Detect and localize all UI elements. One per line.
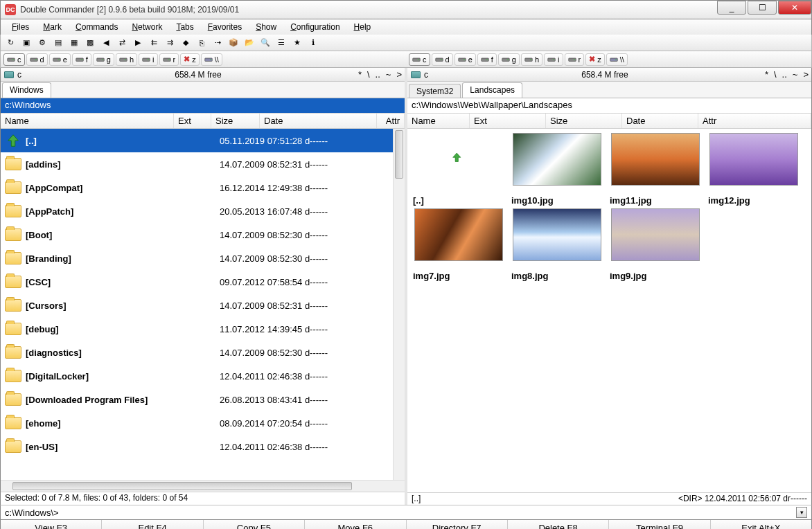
drive-r-button[interactable]: r [565,53,585,66]
menu-configuration[interactable]: Configuration [285,21,345,33]
thumbnail-item[interactable]: img8.jpg [509,208,606,281]
grid-brief-icon[interactable]: ▤ [51,36,65,50]
folder-row[interactable]: [CSC]09.07.2012 07:58:54 d------ [1,270,405,294]
fkey-exit-button[interactable]: Exit Alt+X [711,520,811,529]
column-attr[interactable]: Attr [377,114,405,128]
tab-windows[interactable]: Windows [2,82,51,98]
folder-row[interactable]: [Boot]14.07.2009 08:52:30 d------ [1,223,405,246]
column-ext[interactable]: Ext [470,114,546,128]
column-date[interactable]: Date [622,114,698,128]
nav-favorites-button[interactable]: * [358,69,362,80]
right-thumbnail-grid[interactable]: [..]img10.jpgimg11.jpgimg12.jpgimg7.jpgi… [407,129,811,492]
parent-dir-row[interactable]: [..]05.11.2019 07:51:28 d------ [1,129,405,152]
fkey-move-button[interactable]: Move F6 [305,520,406,529]
thumbnail-item[interactable]: img12.jpg [705,133,802,206]
favorites-icon[interactable]: ★ [290,36,304,50]
scrollbar-horizontal[interactable] [1,480,405,492]
drive-i-button[interactable]: i [139,53,157,66]
menu-network[interactable]: Network [126,21,168,33]
find-icon[interactable]: 🔍 [258,36,272,50]
drive-d-button[interactable]: d [26,53,48,66]
folder-row[interactable]: [Cursors]14.07.2009 08:52:31 d------ [1,294,405,317]
fkey-directory-button[interactable]: Directory F7 [407,520,508,529]
equal-left-icon[interactable]: ⇇ [147,36,161,50]
thumbnail-item[interactable]: img7.jpg [410,208,507,281]
drive-label[interactable]: c [17,70,38,80]
refresh-icon[interactable]: ↻ [3,36,17,50]
unpack-icon[interactable]: 📂 [242,36,256,50]
nav-root-button[interactable]: \ [774,69,777,80]
info-icon[interactable]: ℹ [306,36,320,50]
terminal-icon[interactable]: ▣ [19,36,33,50]
folder-row[interactable]: [diagnostics]14.07.2009 08:52:30 d------ [1,341,405,364]
menu-show[interactable]: Show [250,21,282,33]
column-size[interactable]: Size [546,114,622,128]
fkey-view-button[interactable]: View F3 [1,520,102,529]
column-ext[interactable]: Ext [174,114,211,128]
nav-favorites-button[interactable]: * [765,69,768,80]
drive-e-button[interactable]: e [454,53,476,66]
fkey-terminal-button[interactable]: Terminal F9 [609,520,710,529]
gear-icon[interactable]: ⚙ [35,36,49,50]
scrollbar-vertical[interactable] [393,129,405,480]
folder-row[interactable]: [Downloaded Program Files]26.08.2013 08:… [1,388,405,411]
column-attr[interactable]: Attr [698,114,811,128]
swap-icon[interactable]: ⇄ [115,36,129,50]
nav-up-button[interactable]: .. [782,69,787,80]
tab-landscapes[interactable]: Landscapes [462,82,522,98]
swap-right-icon[interactable]: ▶ [131,36,145,50]
nav-home-button[interactable]: ~ [793,69,798,80]
thumbnail-item[interactable]: img9.jpg [607,208,704,281]
menu-files[interactable]: Files [6,21,35,33]
copy-icon[interactable]: ⎘ [195,36,209,50]
drive-g-button[interactable]: g [93,53,114,66]
cmd-history-dropdown[interactable]: ▾ [796,507,807,518]
move-icon[interactable]: ⇢ [211,36,224,50]
folder-row[interactable]: [en-US]12.04.2011 02:46:38 d------ [1,435,405,458]
fkey-edit-button[interactable]: Edit F4 [102,520,203,529]
menu-mark[interactable]: Mark [37,21,67,33]
folder-row[interactable]: [AppCompat]16.12.2014 12:49:38 d------ [1,176,405,199]
folder-row[interactable]: [AppPatch]20.05.2013 16:07:48 d------ [1,199,405,223]
drive-f-button[interactable]: f [477,53,497,66]
folder-row[interactable]: [Branding]14.07.2009 08:52:30 d------ [1,246,405,270]
drive-f-button[interactable]: f [72,53,91,66]
nav-history-button[interactable]: > [396,69,402,80]
pack-icon[interactable]: 📦 [227,36,240,50]
drive-g-button[interactable]: g [498,53,520,66]
settings-icon[interactable]: ☰ [274,36,288,50]
column-size[interactable]: Size [211,114,260,128]
drive-z-button[interactable]: ✖z [180,53,200,66]
tab-system32[interactable]: System32 [409,84,461,98]
nav-home-button[interactable]: ~ [386,69,391,80]
drive-h-button[interactable]: h [116,53,137,66]
swap-left-icon[interactable]: ◀ [99,36,113,50]
thumbnail-item[interactable]: img10.jpg [509,133,606,206]
left-file-list[interactable]: [..]05.11.2019 07:51:28 d------[addins]1… [1,129,405,480]
fkey-delete-button[interactable]: Delete F8 [508,520,609,529]
drive-c-button[interactable]: c [409,53,430,66]
left-path[interactable]: c:\Windows [1,98,405,114]
column-date[interactable]: Date [260,114,377,128]
command-line[interactable]: c:\Windows\> ▾ [0,505,812,520]
drive-i-button[interactable]: i [544,53,563,66]
drive-network-button[interactable]: \\ [606,53,628,66]
grid-list-icon[interactable]: ▦ [67,36,81,50]
menu-tabs[interactable]: Tabs [170,21,199,33]
thumbnail-item[interactable]: img11.jpg [607,133,704,206]
fkey-copy-button[interactable]: Copy F5 [204,520,305,529]
user1-icon[interactable]: ◆ [179,36,193,50]
equal-right-icon[interactable]: ⇉ [163,36,177,50]
drive-h-button[interactable]: h [521,53,542,66]
drive-z-button[interactable]: ✖z [585,53,605,66]
drive-c-button[interactable]: c [3,53,25,66]
close-button[interactable]: ✕ [778,1,811,15]
drive-d-button[interactable]: d [432,53,453,66]
menu-commands[interactable]: Commands [70,21,123,33]
nav-up-button[interactable]: .. [376,69,380,80]
column-name[interactable]: Name [407,114,470,128]
nav-root-button[interactable]: \ [367,69,370,80]
right-path[interactable]: c:\Windows\Web\Wallpaper\Landscapes [407,98,811,114]
nav-history-button[interactable]: > [803,69,809,80]
drive-label[interactable]: c [424,70,445,80]
